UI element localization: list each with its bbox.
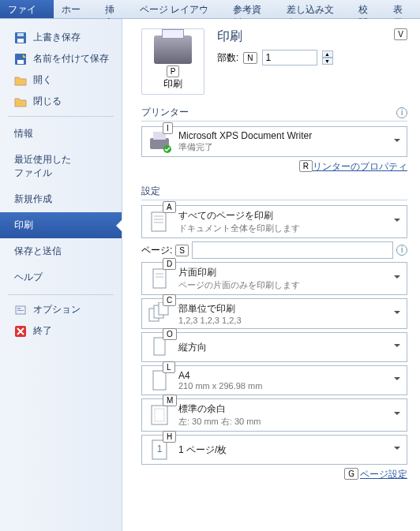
svg-rect-4 xyxy=(17,60,24,64)
copies-spinner[interactable]: ▲▼ xyxy=(322,50,333,65)
key-c: C xyxy=(163,294,176,306)
sheets-primary: 1 ページ/枚 xyxy=(178,443,389,457)
pages-per-sheet-dropdown[interactable]: 1 H 1 ページ/枚 xyxy=(141,435,407,465)
key-m: M xyxy=(163,395,177,406)
range-secondary: ドキュメント全体を印刷します xyxy=(178,222,389,234)
svg-text:1: 1 xyxy=(157,443,163,454)
sides-primary: 片面印刷 xyxy=(178,266,389,279)
printer-icon xyxy=(154,36,192,64)
svg-rect-22 xyxy=(154,338,165,355)
options-icon xyxy=(14,304,27,316)
svg-rect-16 xyxy=(153,269,166,288)
tab-home[interactable]: ホーム xyxy=(54,0,98,18)
sidebar-section-info[interactable]: 情報 xyxy=(0,121,122,147)
folder-close-icon xyxy=(14,95,27,108)
settings-heading: 設定 xyxy=(141,185,160,198)
sides-secondary: ページの片面のみを印刷します xyxy=(178,279,389,291)
key-s: S xyxy=(175,245,189,256)
sidebar-item-open[interactable]: 開く xyxy=(0,69,122,91)
collate-primary: 部単位で印刷 xyxy=(178,302,389,316)
print-button[interactable]: P 印刷 xyxy=(141,28,204,95)
svg-rect-6 xyxy=(17,308,21,309)
sidebar-item-options[interactable]: オプション xyxy=(0,299,122,320)
sidebar-item-saveas[interactable]: 名前を付けて保存 xyxy=(0,48,122,69)
sidebar-section-share[interactable]: 保存と送信 xyxy=(0,238,122,264)
key-a: A xyxy=(163,201,176,213)
sidebar-section-recent[interactable]: 最近使用した ファイル xyxy=(0,147,122,186)
sidebar-label: 終了 xyxy=(33,324,52,338)
key-p: P xyxy=(167,65,180,77)
svg-rect-2 xyxy=(17,33,24,36)
print-title: 印刷 xyxy=(217,28,407,45)
sidebar-label: 閉じる xyxy=(33,95,62,108)
printer-properties-link[interactable]: プリンターのプロパティ xyxy=(303,161,407,172)
tab-review[interactable]: 校閲 xyxy=(351,0,385,18)
key-n: N xyxy=(243,52,257,64)
ribbon-tabs: ファイル ホーム 挿入 ページ レイアウト 参考資料 差し込み文書 校閲 表示 xyxy=(0,0,420,19)
margins-secondary: 左: 30 mm 右: 30 mm xyxy=(178,416,389,428)
copies-label: 部数: xyxy=(217,51,238,65)
sidebar-item-save[interactable]: 上書き保存 xyxy=(0,27,122,48)
pages-input[interactable] xyxy=(192,241,393,259)
tab-file[interactable]: ファイル xyxy=(0,0,54,18)
svg-rect-1 xyxy=(17,39,24,43)
printer-info-icon[interactable]: i xyxy=(396,107,407,118)
svg-rect-23 xyxy=(153,371,166,390)
sidebar-label: 名前を付けて保存 xyxy=(33,52,109,65)
print-button-label: 印刷 xyxy=(145,77,201,91)
orientation-dropdown[interactable]: O 縦方向 xyxy=(141,332,407,362)
tab-mailings[interactable]: 差し込み文書 xyxy=(279,0,351,18)
backstage-sidebar: 上書き保存 名前を付けて保存 開く 閉じる 情報 最近使用した ファイル 新規作… xyxy=(0,19,122,531)
exit-icon xyxy=(14,325,27,338)
collate-dropdown[interactable]: C 部単位で印刷 1,2,3 1,2,3 1,2,3 xyxy=(141,298,407,329)
margins-primary: 標準の余白 xyxy=(178,402,389,416)
key-r: R xyxy=(299,160,313,172)
printer-name: Microsoft XPS Document Writer xyxy=(178,130,389,141)
tab-view[interactable]: 表示 xyxy=(385,0,420,18)
pages-label: ページ: xyxy=(141,244,172,257)
sidebar-label: 上書き保存 xyxy=(33,31,81,44)
sidebar-section-new[interactable]: 新規作成 xyxy=(0,186,122,212)
sides-dropdown[interactable]: D 片面印刷 ページの片面のみを印刷します xyxy=(141,262,407,295)
orient-primary: 縦方向 xyxy=(178,341,389,354)
sidebar-section-print[interactable]: 印刷 xyxy=(0,212,122,238)
key-d: D xyxy=(163,258,176,270)
collate-secondary: 1,2,3 1,2,3 1,2,3 xyxy=(178,316,389,325)
sidebar-section-help[interactable]: ヘルプ xyxy=(0,264,122,290)
key-l: L xyxy=(163,361,175,373)
printer-status: 準備完了 xyxy=(178,141,389,153)
sidebar-label: オプション xyxy=(33,303,81,316)
sidebar-label: 開く xyxy=(33,73,52,87)
key-i: I xyxy=(163,122,173,134)
sidebar-item-close[interactable]: 閉じる xyxy=(0,91,122,112)
page-setup-link[interactable]: ページ設定 xyxy=(360,469,407,480)
printer-heading: プリンター xyxy=(141,106,189,119)
save-icon xyxy=(14,32,27,44)
key-g: G xyxy=(344,468,358,480)
sidebar-item-exit[interactable]: 終了 xyxy=(0,320,122,342)
pages-icon xyxy=(147,210,172,234)
paper-secondary: 210 mm x 296.98 mm xyxy=(178,381,389,391)
margins-icon xyxy=(147,403,172,427)
printer-dropdown[interactable]: I Microsoft XPS Document Writer 準備完了 xyxy=(141,126,407,157)
margins-dropdown[interactable]: M 標準の余白 左: 30 mm 右: 30 mm xyxy=(141,398,407,432)
tab-layout[interactable]: ページ レイアウト xyxy=(132,0,225,18)
key-o: O xyxy=(163,328,177,340)
paper-dropdown[interactable]: L A4 210 mm x 296.98 mm xyxy=(141,365,407,395)
print-pane: P 印刷 印刷 部数: N ▲▼ V プリンター i xyxy=(122,19,420,531)
folder-open-icon xyxy=(14,74,27,87)
paper-primary: A4 xyxy=(178,370,389,381)
key-h: H xyxy=(163,431,176,443)
tab-insert[interactable]: 挿入 xyxy=(97,0,132,18)
print-range-dropdown[interactable]: A すべてのページを印刷 ドキュメント全体を印刷します xyxy=(141,205,407,238)
range-primary: すべてのページを印刷 xyxy=(178,209,389,222)
oneside-icon xyxy=(147,267,172,290)
key-v: V xyxy=(394,28,407,40)
svg-rect-7 xyxy=(17,310,24,311)
svg-rect-12 xyxy=(152,212,166,231)
saveas-icon xyxy=(14,53,27,65)
tab-references[interactable]: 参考資料 xyxy=(225,0,279,18)
copies-input[interactable] xyxy=(262,50,317,65)
pages-info-icon[interactable]: i xyxy=(396,245,407,256)
